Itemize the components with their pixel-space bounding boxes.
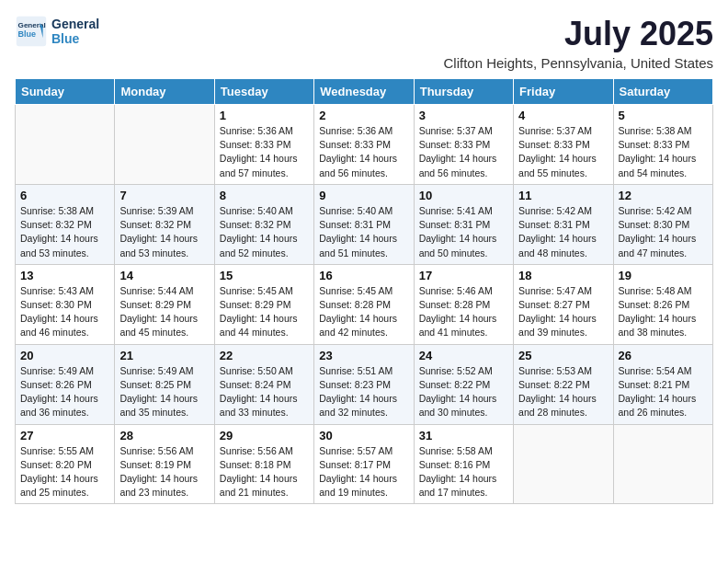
day-number: 15 [220,269,309,282]
calendar-cell: 20Sunrise: 5:49 AMSunset: 8:26 PMDayligh… [16,344,115,424]
day-number: 24 [419,349,508,362]
logo-text: General Blue [51,17,99,46]
day-number: 27 [20,429,109,442]
day-number: 31 [419,429,508,442]
calendar-cell: 3Sunrise: 5:37 AMSunset: 8:33 PMDaylight… [414,105,513,185]
day-info: Sunrise: 5:49 AMSunset: 8:26 PMDaylight:… [20,364,109,420]
calendar-cell: 19Sunrise: 5:48 AMSunset: 8:26 PMDayligh… [613,264,712,344]
day-number: 20 [20,349,109,362]
calendar-cell: 12Sunrise: 5:42 AMSunset: 8:30 PMDayligh… [613,184,712,264]
calendar-cell: 4Sunrise: 5:37 AMSunset: 8:33 PMDaylight… [514,105,613,185]
calendar-cell: 29Sunrise: 5:56 AMSunset: 8:18 PMDayligh… [214,424,313,504]
day-info: Sunrise: 5:50 AMSunset: 8:24 PMDaylight:… [220,364,309,420]
title-block: July 2025 Clifton Heights, Pennsylvania,… [444,15,714,71]
weekday-header-tuesday: Tuesday [214,79,313,105]
day-info: Sunrise: 5:38 AMSunset: 8:32 PMDaylight:… [20,204,109,260]
calendar-week-row: 1Sunrise: 5:36 AMSunset: 8:33 PMDaylight… [16,105,713,185]
calendar-cell [613,424,712,504]
day-info: Sunrise: 5:53 AMSunset: 8:22 PMDaylight:… [518,364,608,420]
day-info: Sunrise: 5:51 AMSunset: 8:23 PMDaylight:… [319,364,408,420]
day-number: 9 [319,189,408,202]
calendar-cell: 22Sunrise: 5:50 AMSunset: 8:24 PMDayligh… [214,344,313,424]
day-info: Sunrise: 5:57 AMSunset: 8:17 PMDaylight:… [319,444,408,500]
calendar-cell: 30Sunrise: 5:57 AMSunset: 8:17 PMDayligh… [314,424,414,504]
calendar-table: SundayMondayTuesdayWednesdayThursdayFrid… [15,78,713,504]
day-info: Sunrise: 5:38 AMSunset: 8:33 PMDaylight:… [619,124,708,180]
calendar-cell: 7Sunrise: 5:39 AMSunset: 8:32 PMDaylight… [115,184,214,264]
day-number: 2 [319,109,408,122]
day-number: 28 [119,429,209,442]
day-number: 4 [518,109,608,122]
day-number: 14 [119,269,209,282]
day-info: Sunrise: 5:43 AMSunset: 8:30 PMDaylight:… [20,284,109,340]
day-number: 16 [319,269,408,282]
day-info: Sunrise: 5:39 AMSunset: 8:32 PMDaylight:… [119,204,209,260]
day-info: Sunrise: 5:54 AMSunset: 8:21 PMDaylight:… [619,364,708,420]
day-number: 26 [619,349,708,362]
day-info: Sunrise: 5:55 AMSunset: 8:20 PMDaylight:… [20,444,109,500]
weekday-header-friday: Friday [514,79,613,105]
calendar-cell: 17Sunrise: 5:46 AMSunset: 8:28 PMDayligh… [414,264,513,344]
calendar-week-row: 13Sunrise: 5:43 AMSunset: 8:30 PMDayligh… [16,264,713,344]
calendar-cell [115,105,214,185]
day-number: 25 [518,349,608,362]
day-info: Sunrise: 5:45 AMSunset: 8:29 PMDaylight:… [220,284,309,340]
day-info: Sunrise: 5:52 AMSunset: 8:22 PMDaylight:… [419,364,508,420]
weekday-header-thursday: Thursday [414,79,513,105]
calendar-cell [514,424,613,504]
day-number: 21 [119,349,209,362]
calendar-cell: 26Sunrise: 5:54 AMSunset: 8:21 PMDayligh… [613,344,712,424]
day-number: 8 [220,189,309,202]
day-info: Sunrise: 5:49 AMSunset: 8:25 PMDaylight:… [119,364,209,420]
calendar-cell: 8Sunrise: 5:40 AMSunset: 8:32 PMDaylight… [214,184,313,264]
day-number: 13 [20,269,109,282]
calendar-cell [16,105,115,185]
calendar-week-row: 6Sunrise: 5:38 AMSunset: 8:32 PMDaylight… [16,184,713,264]
day-number: 5 [619,109,708,122]
day-info: Sunrise: 5:40 AMSunset: 8:32 PMDaylight:… [220,204,309,260]
calendar-cell: 31Sunrise: 5:58 AMSunset: 8:16 PMDayligh… [414,424,513,504]
day-info: Sunrise: 5:56 AMSunset: 8:18 PMDaylight:… [220,444,309,500]
day-info: Sunrise: 5:58 AMSunset: 8:16 PMDaylight:… [419,444,508,500]
day-number: 22 [220,349,309,362]
day-info: Sunrise: 5:41 AMSunset: 8:31 PMDaylight:… [419,204,508,260]
logo-icon: General Blue [15,15,48,48]
calendar-cell: 10Sunrise: 5:41 AMSunset: 8:31 PMDayligh… [414,184,513,264]
calendar-cell: 15Sunrise: 5:45 AMSunset: 8:29 PMDayligh… [214,264,313,344]
calendar-cell: 13Sunrise: 5:43 AMSunset: 8:30 PMDayligh… [16,264,115,344]
header: General Blue General Blue July 2025 Clif… [15,15,713,71]
calendar-cell: 2Sunrise: 5:36 AMSunset: 8:33 PMDaylight… [314,105,414,185]
calendar-cell: 21Sunrise: 5:49 AMSunset: 8:25 PMDayligh… [115,344,214,424]
calendar-cell: 9Sunrise: 5:40 AMSunset: 8:31 PMDaylight… [314,184,414,264]
day-info: Sunrise: 5:47 AMSunset: 8:27 PMDaylight:… [518,284,608,340]
day-number: 17 [419,269,508,282]
logo: General Blue General Blue [15,15,99,48]
day-number: 23 [319,349,408,362]
day-number: 1 [220,109,309,122]
svg-text:Blue: Blue [18,29,37,39]
day-info: Sunrise: 5:46 AMSunset: 8:28 PMDaylight:… [419,284,508,340]
day-info: Sunrise: 5:42 AMSunset: 8:31 PMDaylight:… [518,204,608,260]
calendar-cell: 1Sunrise: 5:36 AMSunset: 8:33 PMDaylight… [214,105,313,185]
weekday-header-row: SundayMondayTuesdayWednesdayThursdayFrid… [16,79,713,105]
day-info: Sunrise: 5:56 AMSunset: 8:19 PMDaylight:… [119,444,209,500]
day-info: Sunrise: 5:36 AMSunset: 8:33 PMDaylight:… [319,124,408,180]
day-number: 29 [220,429,309,442]
day-number: 10 [419,189,508,202]
calendar-cell: 25Sunrise: 5:53 AMSunset: 8:22 PMDayligh… [514,344,613,424]
weekday-header-monday: Monday [115,79,214,105]
day-number: 11 [518,189,608,202]
weekday-header-saturday: Saturday [613,79,712,105]
day-number: 30 [319,429,408,442]
calendar-cell: 18Sunrise: 5:47 AMSunset: 8:27 PMDayligh… [514,264,613,344]
day-info: Sunrise: 5:42 AMSunset: 8:30 PMDaylight:… [619,204,708,260]
weekday-header-sunday: Sunday [16,79,115,105]
calendar-cell: 14Sunrise: 5:44 AMSunset: 8:29 PMDayligh… [115,264,214,344]
location-title: Clifton Heights, Pennsylvania, United St… [444,55,714,71]
calendar-cell: 23Sunrise: 5:51 AMSunset: 8:23 PMDayligh… [314,344,414,424]
day-info: Sunrise: 5:40 AMSunset: 8:31 PMDaylight:… [319,204,408,260]
calendar-week-row: 20Sunrise: 5:49 AMSunset: 8:26 PMDayligh… [16,344,713,424]
calendar-cell: 11Sunrise: 5:42 AMSunset: 8:31 PMDayligh… [514,184,613,264]
day-info: Sunrise: 5:45 AMSunset: 8:28 PMDaylight:… [319,284,408,340]
day-number: 19 [619,269,708,282]
